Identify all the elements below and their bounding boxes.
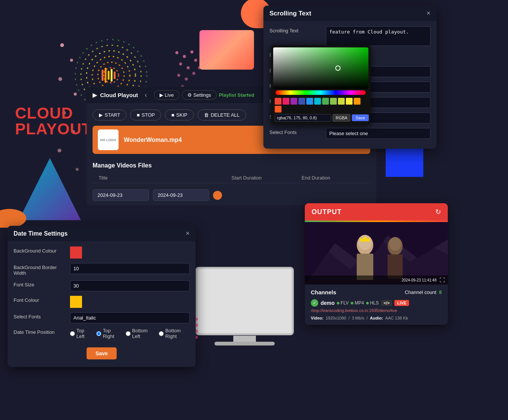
dt-font-colour-swatch[interactable] [70,296,82,308]
dt-border-width-select[interactable]: 10 [70,263,190,274]
stop-button[interactable]: ■ STOP [130,110,161,120]
select-fonts-row: Select Fonts Please select one [269,128,430,139]
svg-point-11 [175,51,178,54]
preset-lime[interactable] [338,98,345,105]
col-end-header: End Duration [302,175,365,181]
datetime-header: Date Time Settings × [8,226,196,241]
radio-top-right[interactable]: Top Right [96,328,120,339]
tab-live-button[interactable]: ▶ Live [154,90,179,100]
color-save-button[interactable]: Save [352,114,369,121]
datetime-dialog: Date Time Settings × BackGround Colour B… [8,226,196,367]
scrolling-text-close-button[interactable]: × [426,9,430,17]
live-label: Live [165,92,174,98]
mp4-dot [351,302,353,304]
preset-orange[interactable] [354,98,360,105]
svg-point-12 [183,55,186,58]
date-to-input[interactable] [153,189,209,201]
position-radio-group: Top Left Top Right Bottom Left Bottom Ri… [70,328,190,339]
preset-pink[interactable] [283,98,289,105]
dt-bg-colour-swatch[interactable] [70,247,82,259]
start-button[interactable]: ▶ START [93,110,126,120]
back-nav-button[interactable]: ‹ [143,90,149,100]
svg-rect-8 [108,71,110,80]
video-preview-gradient [305,221,448,285]
svg-point-59 [58,149,61,152]
audio-label: Audio: [370,316,383,320]
stop-label: STOP [141,112,155,118]
manage-title: Manage Videos Files [93,162,370,169]
preset-yellow[interactable] [346,98,353,105]
radio-bottom-left[interactable]: Bottom Left [126,328,154,339]
select-fonts-select[interactable]: Please select one [326,128,430,139]
radio-top-left-input[interactable] [70,331,75,336]
datetime-close-button[interactable]: × [186,230,190,237]
dt-select-fonts-select[interactable]: Arial_Italic [70,312,190,323]
monitor-shape [184,263,305,361]
table-header: Title Start Duration End Duration [93,173,370,183]
separator1: / [348,316,350,320]
video-bitrate: 3 Mb/s [352,316,364,320]
preset-cyan[interactable] [314,98,321,105]
orange-blob-deco [0,209,26,228]
date-from-input[interactable] [93,189,149,201]
preset-deep-orange[interactable] [275,106,281,113]
svg-point-18 [192,72,195,75]
skip-label: SKIP [176,112,187,118]
color-picker-circle[interactable] [335,65,341,71]
channel-count: Channel count 8 [405,289,442,295]
skip-icon: ■ [171,112,174,118]
channel-badges: ✓ demo FLV MP4 HLS </> LIVE [311,299,442,307]
skip-button[interactable]: ■ SKIP [165,110,193,120]
rgba-mode-button[interactable]: RGBA [333,114,350,122]
dt-bg-colour-row: BackGround Colour [14,247,190,259]
stop-icon: ■ [137,112,140,118]
video-overlay-bottom: 2024-09-23 11:41:48 ⛶ [305,275,448,285]
svg-point-55 [58,77,62,81]
video-resolution: 1920x1080 [325,316,346,320]
radio-top-right-input[interactable] [96,331,101,336]
preset-indigo[interactable] [298,98,305,105]
video-progress-bar [305,221,448,222]
channel-count-value: 8 [439,289,442,295]
trash-icon: 🗑 [204,112,209,118]
radio-bottom-right[interactable]: Bottom Right [159,328,190,339]
hue-slider[interactable] [275,90,366,95]
preset-green[interactable] [322,98,329,105]
scrolling-text-textarea[interactable]: feature from Cloud playout. [326,26,430,46]
hls-badge: HLS [366,300,379,306]
panel-title-area: ▶ Cloud Playout [93,92,138,99]
rtmp-url[interactable]: rtmp://transcoding.livebox.co.in:1935/de… [311,308,442,313]
channels-title: Channels [311,289,336,295]
live-play-icon: ▶ [160,92,163,98]
hls-dot [366,302,369,304]
preset-blue[interactable] [306,98,313,105]
settings-gear-icon: ⚙ [187,92,192,98]
output-refresh-button[interactable]: ↻ [435,208,441,216]
select-fonts-label: Select Fonts [269,128,322,135]
col-title-header: Title [99,175,224,181]
tab-settings-button[interactable]: ⚙ Settings [182,90,217,100]
preset-purple[interactable] [291,98,297,105]
color-gradient-area[interactable] [273,47,368,89]
start-label: START [105,112,120,118]
rgba-value-input[interactable] [275,114,331,122]
video-title: WonderWoman.mp4 [124,137,182,143]
dt-border-width-label: BackGround Border Width [14,263,66,276]
dt-save-button[interactable]: Save [87,347,117,359]
preset-light-green[interactable] [330,98,337,105]
svg-point-56 [74,93,77,96]
radio-bottom-left-input[interactable] [126,331,131,336]
dt-select-fonts-label: Select Fonts [14,312,66,320]
delete-all-button[interactable]: 🗑 DELETE ALL [198,110,246,120]
radio-top-left[interactable]: Top Left [70,328,91,339]
dt-font-size-select[interactable]: 30 [70,280,190,291]
dt-font-size-label: Font Size [14,280,66,288]
mp4-badge: MP4 [351,300,364,306]
orange-circle-btn[interactable] [213,191,222,200]
radio-bottom-right-input[interactable] [159,331,164,336]
play-icon: ▶ [93,92,97,99]
svg-point-14 [179,62,182,65]
svg-point-15 [187,66,190,69]
preset-red[interactable] [275,98,281,105]
channel-count-label: Channel count [405,289,437,295]
